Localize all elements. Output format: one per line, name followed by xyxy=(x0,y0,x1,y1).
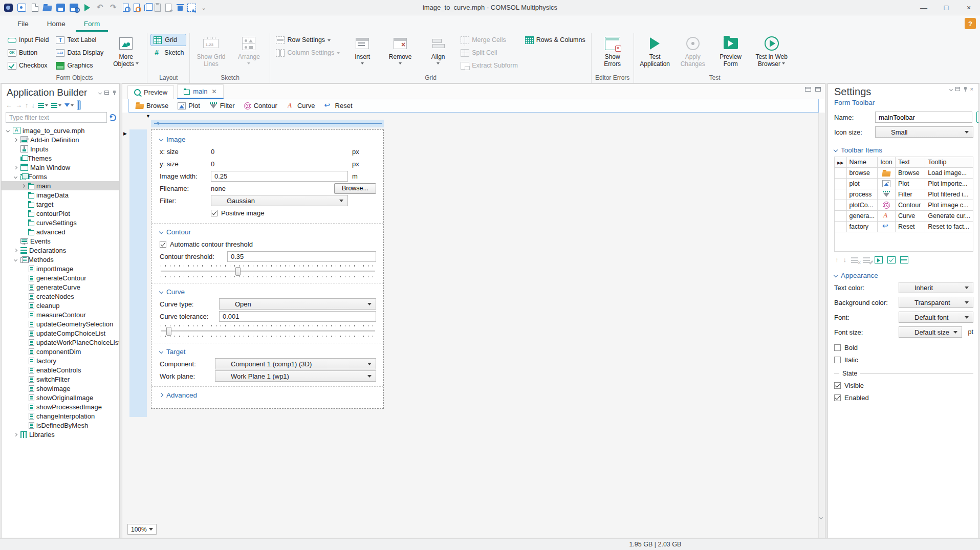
toolbar-item-row[interactable]: plotPlotPlot importe... xyxy=(835,179,973,189)
tree-filter-input[interactable] xyxy=(6,112,107,123)
rows-columns-button[interactable]: Rows & Columns xyxy=(522,34,588,46)
slider-thumb[interactable] xyxy=(166,327,171,336)
tree-item-curvesettings[interactable]: curveSettings xyxy=(2,218,119,227)
section-advanced-header[interactable]: Advanced xyxy=(160,389,376,401)
tree-item-image-to-curve-mph[interactable]: image_to_curve.mph xyxy=(2,126,119,135)
move-down-icon[interactable]: ↓ xyxy=(32,101,35,109)
editor-tools-toggle[interactable] xyxy=(77,100,81,110)
tree-item-inputs[interactable]: Inputs xyxy=(2,144,119,153)
close-tab-icon[interactable]: ✕ xyxy=(211,88,216,95)
panel-menu-icon[interactable] xyxy=(949,87,953,91)
form-canvas[interactable]: ▼ ▶ Image x: size0px y: size0px Image wi… xyxy=(122,113,825,538)
delete-icon[interactable] xyxy=(178,6,183,11)
tree-item-libraries[interactable]: Libraries xyxy=(2,430,119,439)
tree-item-showprocessedimage[interactable]: showProcessedImage xyxy=(2,402,119,411)
collapse-all-button[interactable] xyxy=(51,102,61,108)
insert-button[interactable]: Insert xyxy=(344,34,380,69)
copy-icon[interactable] xyxy=(144,5,150,11)
grid-toggle-button[interactable]: Grid xyxy=(150,34,186,46)
toolbar-item-row[interactable]: factoryResetReset to fact... xyxy=(835,222,973,232)
slider-thumb[interactable] xyxy=(235,267,241,276)
tree-item-createnodes[interactable]: createNodes xyxy=(2,292,119,301)
align-button[interactable]: Align xyxy=(420,34,456,69)
name-input[interactable] xyxy=(875,112,972,123)
image-width-input[interactable] xyxy=(211,171,348,182)
vertical-scrollbar[interactable] xyxy=(818,113,825,538)
expander-icon[interactable] xyxy=(12,166,18,169)
tree-item-measurecontour[interactable]: measureContour xyxy=(2,310,119,319)
auto-threshold-checkbox[interactable] xyxy=(160,241,166,248)
save-as-icon[interactable] xyxy=(70,4,78,12)
float-panel-icon[interactable] xyxy=(955,87,960,91)
input-field-button[interactable]: Input Field xyxy=(5,34,51,46)
toolbar-item-row[interactable]: browseBrowseLoad image... xyxy=(835,168,973,179)
undo-icon[interactable] xyxy=(96,4,105,12)
expander-icon[interactable] xyxy=(12,175,18,178)
curve-toolbar-button[interactable]: Curve xyxy=(283,101,319,111)
tree-item-add-in-definition[interactable]: Add-in Definition xyxy=(2,135,119,144)
tree-item-themes[interactable]: Themes xyxy=(2,153,119,163)
split-editor-icon[interactable] xyxy=(805,87,811,92)
tree-item-switchfilter[interactable]: switchFilter xyxy=(2,375,119,384)
component-dropdown[interactable]: Component 1 (comp1) (3D) xyxy=(215,358,376,369)
expander-icon[interactable] xyxy=(12,433,18,436)
expander-icon[interactable] xyxy=(12,139,18,141)
enabled-checkbox[interactable] xyxy=(834,394,841,401)
section-target-header[interactable]: Target xyxy=(160,345,376,358)
tree-item-contourplot[interactable]: contourPlot xyxy=(2,209,119,218)
browse-toolbar-button[interactable]: Browse xyxy=(132,101,172,111)
plot-toolbar-button[interactable]: Plot xyxy=(174,101,203,111)
tree-item-events[interactable]: Events xyxy=(2,236,119,246)
tree-item-showimage[interactable]: showImage xyxy=(2,384,119,393)
tab-main[interactable]: main ✕ xyxy=(177,84,223,99)
find-icon[interactable] xyxy=(123,4,129,12)
add-separator-icon[interactable] xyxy=(900,256,908,263)
section-image-header[interactable]: Image xyxy=(160,133,376,145)
curve-tolerance-input[interactable] xyxy=(219,311,376,322)
expander-icon[interactable] xyxy=(12,258,18,261)
tree-item-showoriginalimage[interactable]: showOriginalImage xyxy=(2,393,119,402)
contour-threshold-input[interactable] xyxy=(227,251,376,262)
new-file-icon[interactable] xyxy=(32,4,38,12)
remove-button[interactable]: Remove xyxy=(382,34,418,69)
tree-item-isdefinedbymesh[interactable]: isDefinedByMesh xyxy=(2,421,119,430)
reset-toolbar-button[interactable]: Reset xyxy=(321,101,356,111)
tab-form[interactable]: Form xyxy=(76,17,108,32)
maximize-button[interactable]: □ xyxy=(935,0,957,15)
browse-file-button[interactable]: Browse... xyxy=(334,183,376,194)
filter-dropdown[interactable]: Gaussian xyxy=(211,195,348,206)
expand-all-button[interactable] xyxy=(38,102,48,108)
move-up-icon[interactable]: ↑ xyxy=(25,101,29,109)
close-button[interactable]: × xyxy=(957,0,980,15)
contour-threshold-slider[interactable] xyxy=(160,263,376,279)
float-panel-icon[interactable] xyxy=(104,91,109,95)
refresh-icon[interactable] xyxy=(109,114,116,121)
bold-checkbox[interactable] xyxy=(834,344,841,351)
model-wizard-icon[interactable] xyxy=(17,4,26,12)
button-button[interactable]: Button xyxy=(5,47,51,59)
tree-item-changeinterpolation[interactable]: changeInterpolation xyxy=(2,411,119,421)
visible-checkbox[interactable] xyxy=(834,382,841,389)
filter-button[interactable] xyxy=(64,102,74,108)
tree-item-imagedata[interactable]: imageData xyxy=(2,190,119,200)
zoom-control[interactable]: 100% xyxy=(127,524,157,535)
add-item-icon[interactable] xyxy=(875,256,883,263)
test-application-button[interactable]: Test Application xyxy=(637,34,673,69)
tree-item-forms[interactable]: Forms xyxy=(2,172,119,181)
run-icon[interactable] xyxy=(83,4,92,12)
help-button[interactable]: ? xyxy=(965,18,976,29)
positive-image-checkbox[interactable] xyxy=(211,210,217,216)
section-curve-header[interactable]: Curve xyxy=(160,285,376,298)
tree-item-factory[interactable]: factory xyxy=(2,356,119,365)
text-label-button[interactable]: Text Label xyxy=(53,34,106,46)
pin-panel-icon[interactable] xyxy=(112,91,116,95)
preview-form-button[interactable]: Preview Form xyxy=(713,34,749,69)
expander-icon[interactable] xyxy=(12,249,18,252)
tree-item-methods[interactable]: Methods xyxy=(2,255,119,264)
toolbar-item-row[interactable]: genera...CurveGenerate cur... xyxy=(835,211,973,222)
font-size-dropdown[interactable]: Default size xyxy=(899,326,962,338)
tree-item-importimage[interactable]: importImage xyxy=(2,264,119,273)
close-panel-icon[interactable]: × xyxy=(970,86,973,92)
data-display-button[interactable]: Data Display xyxy=(53,47,106,59)
tree-item-cleanup[interactable]: cleanup xyxy=(2,301,119,310)
